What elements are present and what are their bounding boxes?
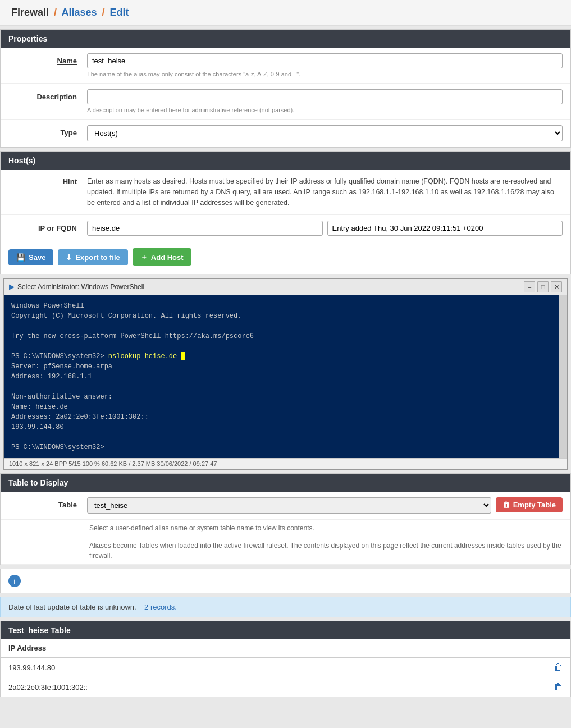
- table-row: 193.99.144.80 🗑: [1, 658, 570, 677]
- save-label: Save: [29, 253, 45, 262]
- ps-body[interactable]: Windows PowerShell Copyright (C) Microso…: [4, 295, 559, 458]
- ps-line3: [11, 321, 552, 331]
- properties-section: Properties Name The name of the alias ma…: [0, 29, 571, 148]
- type-select[interactable]: Host(s) Network(s) Port(s) URL (IPs) URL…: [87, 125, 563, 141]
- ps-line14: [11, 432, 552, 442]
- ps-title: Select Administrator: Windows PowerShell: [17, 283, 144, 291]
- ps-line11: Name: heise.de: [11, 402, 552, 412]
- name-row: Name The name of the alias may only cons…: [1, 48, 570, 84]
- ps-line2: Copyright (C) Microsoft Corporation. All…: [11, 311, 552, 321]
- hint-label: Hint: [8, 176, 87, 186]
- ps-icon: ▶: [9, 283, 14, 291]
- delete-row-1-icon[interactable]: 🗑: [554, 662, 563, 672]
- hosts-header: Host(s): [1, 152, 570, 170]
- ps-line13: 193.99.144.80: [11, 422, 552, 432]
- empty-table-button[interactable]: 🗑 Empty Table: [496, 497, 563, 512]
- ps-minimize-button[interactable]: –: [524, 281, 535, 292]
- export-icon: ⬇: [66, 253, 72, 262]
- name-label: Name: [8, 53, 87, 65]
- info-section: i: [0, 569, 571, 593]
- ps-prompt2: PS C:\WINDOWS\system32>: [11, 443, 104, 451]
- table-row: 2a02:2e0:3fe:1001:302:: 🗑: [1, 677, 570, 697]
- export-button[interactable]: ⬇ Export to file: [58, 249, 127, 265]
- ps-cursor: [181, 352, 185, 360]
- ps-maximize-button[interactable]: □: [537, 281, 549, 292]
- ps-scrollbar[interactable]: [559, 295, 567, 458]
- table-label: Table: [8, 497, 87, 509]
- description-hint: A description may be entered here for ad…: [87, 107, 563, 113]
- hosts-section: Host(s) Hint Enter as many hosts as desi…: [0, 151, 571, 274]
- ip-row: IP or FQDN: [1, 215, 570, 241]
- empty-table-label: Empty Table: [513, 501, 556, 509]
- ps-titlebar: ▶ Select Administrator: Windows PowerShe…: [4, 279, 567, 295]
- table-select-hint-row: Select a user-defined alias name or syst…: [1, 520, 570, 537]
- info-icon: i: [8, 575, 21, 587]
- ip-col-header: IP Address: [1, 639, 570, 658]
- status-banner: Date of last update of table is unknown.…: [0, 597, 571, 617]
- breadcrumb: Firewall / Aliases / Edit: [0, 0, 571, 26]
- add-host-button[interactable]: ＋ Add Host: [133, 248, 191, 266]
- data-table-section: Test_heise Table IP Address 193.99.144.8…: [0, 621, 571, 697]
- save-button[interactable]: 💾 Save: [8, 249, 53, 265]
- type-row: Type Host(s) Network(s) Port(s) URL (IPs…: [1, 120, 570, 147]
- ip-input[interactable]: [87, 221, 323, 236]
- trash-icon: 🗑: [503, 501, 510, 509]
- powershell-window: ▶ Select Administrator: Windows PowerShe…: [3, 278, 568, 470]
- ps-line9: [11, 382, 552, 392]
- properties-header: Properties: [1, 30, 570, 48]
- table-alias-hint: Aliases become Tables when loaded into t…: [89, 541, 563, 561]
- status-text: Date of last update of table is unknown.: [8, 603, 136, 611]
- ip-label: IP or FQDN: [8, 221, 87, 232]
- delete-row-2-icon[interactable]: 🗑: [554, 682, 563, 692]
- name-input[interactable]: [87, 53, 563, 68]
- ip-address-1: 193.99.144.80: [8, 663, 55, 672]
- description-row: Description A description may be entered…: [1, 84, 570, 120]
- table-select-row: Table test_heise 🗑 Empty Table: [1, 492, 570, 520]
- ps-line4: Try the new cross-platform PowerShell ht…: [11, 331, 552, 341]
- ps-statusbar: 1010 x 821 x 24 BPP 5/15 100 % 60.62 KB …: [4, 458, 567, 469]
- ps-line7: Server: pfSense.home.arpa: [11, 361, 552, 372]
- ps-line10: Non-authoritative answer:: [11, 392, 552, 402]
- ps-line15: PS C:\WINDOWS\system32>: [11, 442, 552, 452]
- table-select[interactable]: test_heise: [87, 497, 491, 514]
- export-label: Export to file: [75, 253, 120, 262]
- ps-line5: [11, 341, 552, 351]
- breadcrumb-edit[interactable]: Edit: [110, 7, 129, 18]
- name-hint: The name of the alias may only consist o…: [87, 71, 563, 77]
- buttons-row: 💾 Save ⬇ Export to file ＋ Add Host: [1, 241, 570, 274]
- save-icon: 💾: [16, 253, 25, 262]
- add-icon: ＋: [140, 252, 148, 262]
- ip-address-2: 2a02:2e0:3fe:1001:302::: [8, 683, 88, 692]
- ps-line1: Windows PowerShell: [11, 301, 552, 311]
- table-select-hint: Select a user-defined alias name or syst…: [89, 523, 563, 533]
- ps-line8: Address: 192.168.1.1: [11, 372, 552, 382]
- type-label: Type: [8, 125, 87, 137]
- description-label: Description: [8, 89, 87, 101]
- breadcrumb-aliases[interactable]: Aliases: [61, 7, 97, 18]
- table-display-section: Table to Display Table test_heise 🗑 Empt…: [0, 473, 571, 565]
- description-input[interactable]: [87, 89, 563, 104]
- ps-cmd: nslookup heise.de: [104, 352, 177, 360]
- add-host-label: Add Host: [151, 253, 184, 262]
- ps-line12: Addresses: 2a02:2e0:3fe:1001:302::: [11, 412, 552, 422]
- ps-prompt1: PS C:\WINDOWS\system32>: [11, 352, 104, 360]
- table-alias-hint-row: Aliases become Tables when loaded into t…: [1, 537, 570, 565]
- breadcrumb-firewall[interactable]: Firewall: [11, 7, 49, 18]
- hint-row: Hint Enter as many hosts as desired. Hos…: [1, 170, 570, 215]
- ip-entry-input[interactable]: [327, 221, 563, 236]
- breadcrumb-sep1: /: [54, 7, 57, 18]
- data-table-header: Test_heise Table: [1, 621, 570, 639]
- ps-close-button[interactable]: ✕: [551, 281, 562, 292]
- breadcrumb-sep2: /: [102, 7, 104, 18]
- table-display-header: Table to Display: [1, 474, 570, 492]
- ps-line6: PS C:\WINDOWS\system32> nslookup heise.d…: [11, 351, 552, 361]
- records-link[interactable]: 2 records.: [144, 603, 177, 611]
- hint-text: Enter as many hosts as desired. Hosts mu…: [87, 176, 563, 208]
